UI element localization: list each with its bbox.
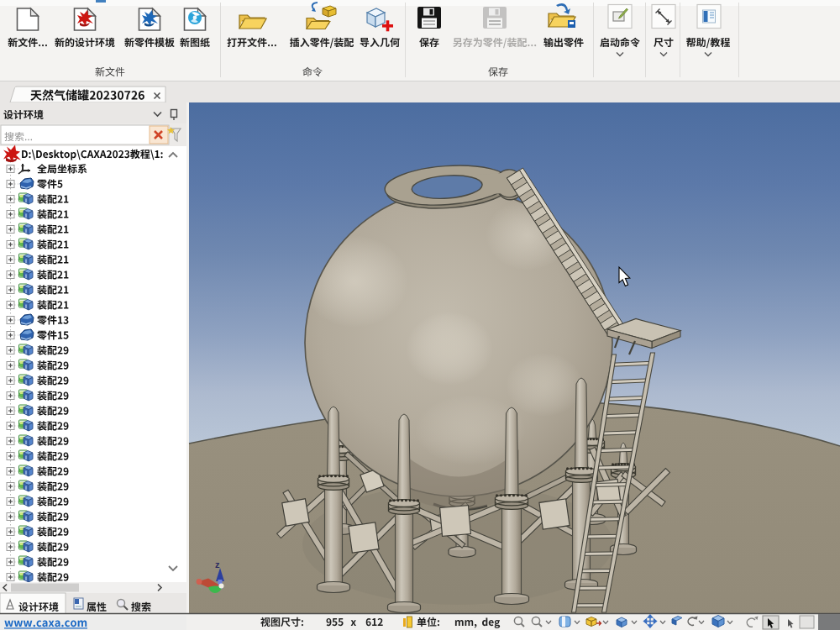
- svg-text:z: z: [215, 559, 220, 570]
